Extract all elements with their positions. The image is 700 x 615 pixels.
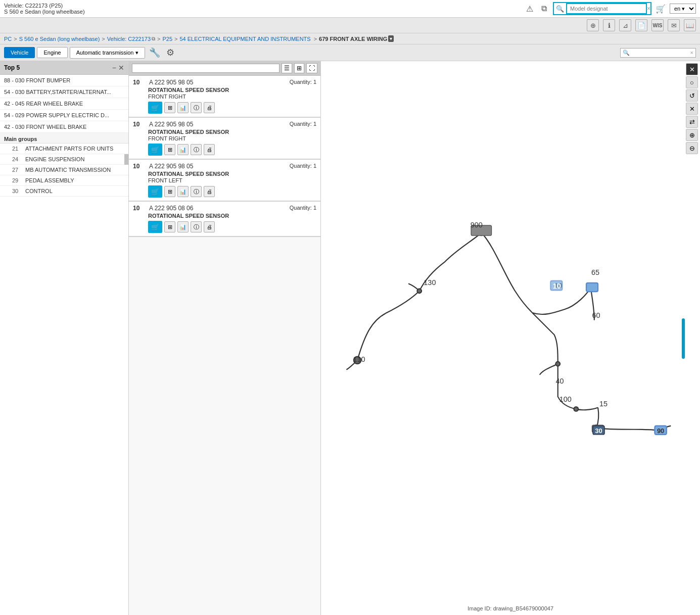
part-chart-1[interactable]: 📊 bbox=[177, 144, 189, 155]
sidebar-item-0[interactable]: 88 - 030 FRONT BUMPER bbox=[0, 75, 128, 86]
book-toolbar-icon[interactable]: 📖 bbox=[684, 19, 696, 31]
part-actions-3: 🛒 ⊞ 📊 ⓘ 🖨 bbox=[148, 221, 316, 233]
toolbar-search-clear[interactable]: × bbox=[690, 50, 693, 56]
breadcrumb-vehicle[interactable]: Vehicle: C222173 bbox=[107, 36, 151, 42]
part-pos-2: 10 bbox=[133, 163, 145, 170]
model-search-icon[interactable]: 🔍 bbox=[554, 4, 566, 14]
dtool-undo[interactable]: ↺ bbox=[686, 89, 698, 102]
sidebar-group-29[interactable]: 29 PEDAL ASSEMBLY bbox=[0, 175, 128, 186]
parts-tile-view-btn[interactable]: ⊞ bbox=[294, 63, 304, 73]
breadcrumb-p25[interactable]: P25 bbox=[162, 36, 172, 42]
part-item-1-header: 10 A 222 905 98 05 Quantity: 1 bbox=[133, 121, 316, 128]
tab-icon-tools1[interactable]: 🔧 bbox=[147, 46, 162, 59]
sidebar-group-27[interactable]: 27 MB AUTOMATIC TRANSMISSION bbox=[0, 165, 128, 175]
parts-list-view-btn[interactable]: ☰ bbox=[282, 63, 292, 73]
breadcrumb-pc[interactable]: PC bbox=[4, 36, 12, 42]
dtool-fullscreen[interactable]: ○ bbox=[686, 76, 698, 88]
tab-engine[interactable]: Engine bbox=[37, 47, 67, 58]
copy-icon[interactable]: ⧉ bbox=[539, 3, 549, 14]
part-actions-1: 🛒 ⊞ 📊 ⓘ 🖨 bbox=[148, 144, 316, 156]
part-chart-0[interactable]: 📊 bbox=[177, 102, 189, 113]
dtool-cross[interactable]: ✕ bbox=[686, 103, 698, 115]
toolbar-search-input[interactable] bbox=[630, 50, 690, 56]
part-chart-2[interactable]: 📊 bbox=[177, 186, 189, 197]
tab-automatic-transmission[interactable]: Automatic transmission ▾ bbox=[70, 47, 145, 59]
part-info-0[interactable]: ⓘ bbox=[191, 102, 202, 113]
tab-icon-tools2[interactable]: ⚙ bbox=[164, 46, 176, 59]
dtool-close[interactable]: ✕ bbox=[686, 63, 698, 75]
wis-toolbar-btn[interactable]: WIS bbox=[651, 19, 664, 31]
zoom-in-toolbar-icon[interactable]: ⊕ bbox=[587, 19, 599, 31]
group-num-24: 24 bbox=[12, 156, 22, 162]
group-label-27: MB AUTOMATIC TRANSMISSION bbox=[25, 167, 111, 173]
part-info-2[interactable]: ⓘ bbox=[191, 186, 202, 197]
scrollbar-indicator[interactable] bbox=[124, 154, 128, 165]
part-number-1: A 222 905 98 05 bbox=[149, 121, 286, 128]
parts-full-view-btn[interactable]: ⛶ bbox=[306, 63, 317, 73]
tab-vehicle[interactable]: Vehicle bbox=[4, 47, 35, 58]
part-grid-0[interactable]: ⊞ bbox=[164, 102, 175, 113]
part-number-3: A 222 905 08 06 bbox=[149, 205, 286, 212]
diagram-side-indicator bbox=[682, 318, 685, 359]
part-print-2[interactable]: 🖨 bbox=[204, 186, 215, 197]
part-grid-3[interactable]: ⊞ bbox=[164, 221, 175, 232]
part-number-2: A 222 905 98 05 bbox=[149, 163, 286, 170]
dtool-zoom-out[interactable]: ⊖ bbox=[686, 142, 698, 154]
svg-text:65: 65 bbox=[591, 268, 599, 276]
part-grid-2[interactable]: ⊞ bbox=[164, 186, 175, 197]
part-cart-1[interactable]: 🛒 bbox=[148, 144, 162, 156]
vehicle-copy-icon[interactable]: ⧉ bbox=[152, 36, 155, 42]
group-label-30: CONTROL bbox=[25, 188, 53, 194]
model-search-input[interactable] bbox=[566, 3, 647, 14]
part-print-3[interactable]: 🖨 bbox=[204, 221, 215, 232]
filter-toolbar-icon[interactable]: ⊿ bbox=[619, 19, 631, 31]
icon-toolbar: ⊕ ℹ ⊿ 📄 WIS ✉ 📖 bbox=[0, 18, 700, 33]
svg-text:30: 30 bbox=[595, 427, 602, 435]
model-label: S 560 e Sedan (long wheelbase) bbox=[4, 9, 85, 15]
breadcrumb-model[interactable]: S 560 e Sedan (long wheelbase) bbox=[19, 36, 100, 42]
sidebar-collapse-btn[interactable]: − bbox=[112, 64, 116, 72]
breadcrumb-54[interactable]: 54 ELECTRICAL EQUIPMENT AND INSTRUMENTS bbox=[179, 36, 310, 42]
part-info-3[interactable]: ⓘ bbox=[191, 221, 202, 232]
mail-toolbar-icon[interactable]: ✉ bbox=[668, 19, 680, 31]
dtool-zoom-in[interactable]: ⊕ bbox=[686, 129, 698, 141]
part-cart-0[interactable]: 🛒 bbox=[148, 102, 162, 114]
parts-panel: ☰ ⊞ ⛶ 10 A 222 905 98 05 Quantity: 1 ROT… bbox=[129, 61, 321, 615]
sidebar-item-4[interactable]: 42 - 030 FRONT WHEEL BRAKE bbox=[0, 121, 128, 133]
cart-icon[interactable]: 🛒 bbox=[656, 4, 666, 14]
sidebar-controls: − ✕ bbox=[112, 64, 124, 72]
sidebar-item-3[interactable]: 54 - 029 POWER SUPPLY ELECTRIC D... bbox=[0, 110, 128, 121]
warning-icon[interactable]: ⚠ bbox=[524, 3, 535, 15]
info-toolbar-icon[interactable]: ℹ bbox=[603, 19, 615, 31]
vehicle-info: Vehicle: C222173 (P25) S 560 e Sedan (lo… bbox=[4, 3, 85, 15]
part-qty-0: Quantity: 1 bbox=[290, 79, 316, 85]
part-print-0[interactable]: 🖨 bbox=[204, 102, 215, 113]
sidebar-group-24[interactable]: 24 ENGINE SUSPENSION bbox=[0, 154, 128, 165]
parts-header: ☰ ⊞ ⛶ bbox=[129, 61, 320, 76]
breadcrumb-dropdown-btn[interactable]: ▾ bbox=[388, 35, 394, 42]
part-cart-3[interactable]: 🛒 bbox=[148, 221, 162, 233]
part-pos-1: 10 bbox=[133, 121, 145, 128]
sidebar-item-1[interactable]: 54 - 030 BATTERY,STARTER/ALTERNAT... bbox=[0, 86, 128, 98]
part-print-1[interactable]: 🖨 bbox=[204, 144, 215, 155]
diagram-image-id: Image ID: drawing_B54679000047 bbox=[468, 605, 553, 611]
language-select[interactable]: en ▾ de fr bbox=[670, 4, 696, 14]
parts-search-input[interactable] bbox=[132, 64, 279, 73]
part-qty-2: Quantity: 1 bbox=[290, 163, 316, 169]
sidebar-header: Top 5 − ✕ bbox=[0, 61, 128, 75]
part-cart-2[interactable]: 🛒 bbox=[148, 185, 162, 198]
part-desc-0: ROTATIONAL SPEED SENSOR bbox=[148, 87, 316, 93]
sidebar-close-btn[interactable]: ✕ bbox=[118, 64, 124, 72]
part-grid-1[interactable]: ⊞ bbox=[164, 144, 175, 155]
svg-text:90: 90 bbox=[657, 427, 664, 435]
sidebar-item-2[interactable]: 42 - 045 REAR WHEEL BRAKE bbox=[0, 98, 128, 110]
sidebar-group-21[interactable]: 21 ATTACHMENT PARTS FOR UNITS bbox=[0, 144, 128, 154]
model-search-clear[interactable]: × bbox=[647, 5, 650, 12]
part-info-1[interactable]: ⓘ bbox=[191, 144, 202, 155]
doc-toolbar-icon[interactable]: 📄 bbox=[635, 19, 647, 31]
toolbar-search-area: 🔍 × bbox=[620, 48, 696, 58]
sidebar-group-30[interactable]: 30 CONTROL bbox=[0, 186, 128, 197]
part-chart-3[interactable]: 📊 bbox=[177, 221, 189, 232]
diagram-canvas: 900 130 65 10 10 60 110 40 100 15 30 90 … bbox=[321, 61, 700, 615]
dtool-swap[interactable]: ⇄ bbox=[686, 116, 698, 128]
